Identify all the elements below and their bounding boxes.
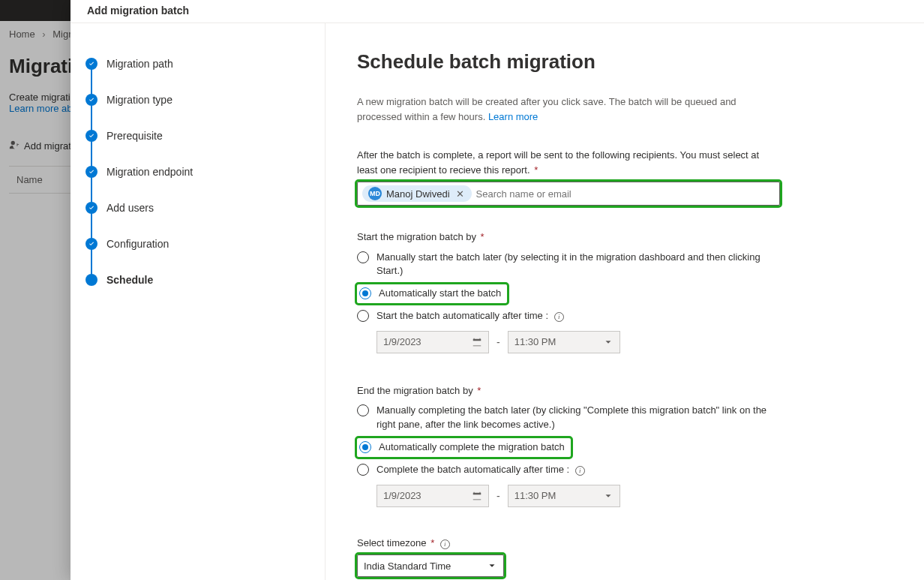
- timezone-label: Select timezone * i: [357, 536, 777, 551]
- start-datetime-row: 1/9/2023 - 11:30 PM: [376, 331, 892, 353]
- step-migration-endpoint[interactable]: Migration endpoint: [86, 154, 310, 190]
- check-icon: [86, 202, 98, 214]
- end-option-time[interactable]: Complete the batch automatically after t…: [357, 463, 892, 477]
- recipients-input[interactable]: [476, 188, 775, 200]
- content-heading: Schedule batch migration: [357, 50, 892, 74]
- end-date-input[interactable]: 1/9/2023: [376, 485, 489, 507]
- current-step-icon: [86, 274, 98, 286]
- calendar-icon: [472, 337, 482, 347]
- learn-more-link[interactable]: Learn more: [488, 111, 538, 122]
- end-time-input[interactable]: 11:30 PM: [508, 485, 620, 507]
- recipient-chip: MD Manoj Dwivedi ✕: [362, 185, 472, 202]
- recipients-picker[interactable]: MD Manoj Dwivedi ✕: [357, 182, 780, 206]
- step-configuration[interactable]: Configuration: [86, 226, 310, 262]
- chevron-down-icon: [603, 337, 614, 347]
- step-migration-path[interactable]: Migration path: [86, 46, 310, 82]
- end-datetime-row: 1/9/2023 - 11:30 PM: [376, 485, 892, 507]
- timezone-select[interactable]: India Standard Time: [357, 554, 504, 577]
- wizard-steps: Migration path Migration type Prerequisi…: [70, 23, 326, 580]
- end-batch-label: End the migration batch by *: [357, 383, 777, 398]
- radio-icon: [357, 404, 369, 416]
- info-icon[interactable]: i: [554, 312, 564, 322]
- avatar: MD: [368, 187, 382, 200]
- chevron-down-icon: [487, 560, 497, 571]
- check-icon: [86, 58, 98, 70]
- radio-icon: [357, 464, 369, 476]
- start-option-auto[interactable]: Automatically start the batch: [357, 284, 507, 303]
- radio-icon: [357, 251, 369, 263]
- remove-chip-icon[interactable]: ✕: [454, 188, 466, 200]
- panel-content: Schedule batch migration A new migration…: [326, 23, 924, 580]
- step-migration-type[interactable]: Migration type: [86, 82, 310, 118]
- start-option-manual[interactable]: Manually start the batch later (by selec…: [357, 251, 892, 279]
- end-option-auto[interactable]: Automatically complete the migration bat…: [357, 438, 571, 457]
- content-intro: A new migration batch will be created af…: [357, 95, 777, 124]
- start-time-input[interactable]: 11:30 PM: [508, 331, 620, 353]
- check-icon: [86, 166, 98, 178]
- start-date-input[interactable]: 1/9/2023: [376, 331, 489, 353]
- required-asterisk: *: [534, 164, 538, 176]
- radio-icon: [357, 310, 369, 322]
- info-icon[interactable]: i: [440, 539, 450, 549]
- recipient-name: Manoj Dwivedi: [386, 188, 450, 200]
- calendar-icon: [472, 491, 482, 501]
- step-prerequisite[interactable]: Prerequisite: [86, 118, 310, 154]
- start-option-time[interactable]: Start the batch automatically after time…: [357, 309, 892, 323]
- check-icon: [86, 94, 98, 106]
- chevron-down-icon: [603, 491, 614, 501]
- recipients-label: After the batch is complete, a report wi…: [357, 148, 777, 177]
- start-batch-label: Start the migration batch by *: [357, 230, 777, 245]
- migration-panel: Add migration batch Migration path Migra…: [70, 0, 924, 580]
- check-icon: [86, 238, 98, 250]
- radio-selected-icon: [359, 287, 371, 299]
- check-icon: [86, 130, 98, 142]
- end-option-manual[interactable]: Manually completing the batch later (by …: [357, 404, 892, 432]
- info-icon[interactable]: i: [575, 466, 585, 476]
- step-schedule[interactable]: Schedule: [86, 262, 310, 298]
- radio-selected-icon: [359, 441, 371, 453]
- panel-title: Add migration batch: [70, 0, 924, 23]
- step-add-users[interactable]: Add users: [86, 190, 310, 226]
